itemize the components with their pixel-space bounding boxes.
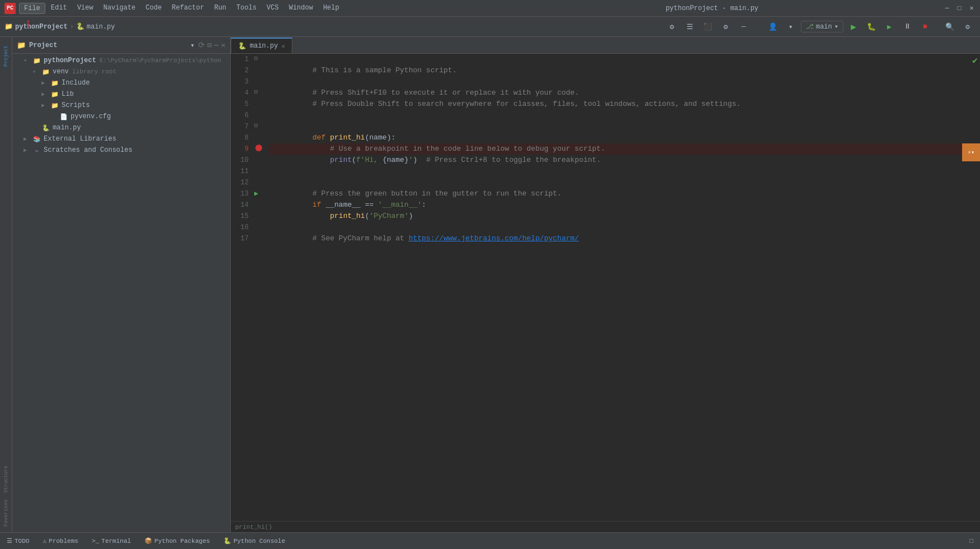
lib-expand-arrow[interactable]: ▶ [41, 91, 50, 97]
list-icon[interactable]: ☰ [682, 19, 698, 35]
include-expand-arrow[interactable]: ▶ [41, 80, 50, 86]
gear-icon[interactable]: ⚙ [718, 19, 734, 35]
tree-item-mainpy[interactable]: 🐍 main.py [12, 122, 230, 133]
extlibs-icon: 📚 [32, 134, 41, 143]
code-hint-widget[interactable]: ⚡▾ [962, 143, 980, 161]
packages-icon: 📦 [144, 537, 152, 545]
menu-file[interactable]: File [19, 3, 45, 14]
maximize-button[interactable]: □ [955, 4, 963, 12]
tree-item-scratches[interactable]: ▶ ✏ Scratches and Consoles [12, 145, 230, 156]
pyvenv-name: pyvenv.cfg [71, 113, 111, 120]
fold-line4[interactable]: ⊟ [254, 89, 258, 95]
fold-line7[interactable]: ⊟ [254, 122, 258, 129]
line-num-9: 9 [231, 143, 249, 155]
scratches-expand-arrow[interactable]: ▶ [24, 147, 32, 153]
run-button[interactable]: ▶ [846, 19, 861, 35]
menu-tools[interactable]: Tools [232, 3, 261, 14]
search-everywhere-button[interactable]: 🔍 [942, 19, 958, 35]
project-panel-icon: 📁 [17, 41, 26, 50]
tree-item-venv[interactable]: ▾ 📁 venv library root [12, 66, 230, 77]
minus-icon[interactable]: — [736, 19, 752, 35]
code-line-11 [269, 166, 980, 177]
collapse-all-icon[interactable]: ⊟ [207, 40, 212, 50]
menu-help[interactable]: Help [319, 3, 344, 14]
settings-icon[interactable]: ⚙ [664, 19, 680, 35]
debug-button[interactable]: 🐛 [864, 19, 879, 35]
menu-vcs[interactable]: VCS [262, 3, 283, 14]
branch-selector[interactable]: ⎇ main ▾ [801, 21, 843, 32]
tree-item-include[interactable]: ▶ 📁 Include [12, 77, 230, 89]
code-area[interactable]: ✔ 1 2 3 4 5 6 7 8 9 10 11 12 13 14 15 16… [231, 54, 980, 521]
red-arrow-indicator: ↑ [25, 18, 32, 30]
venv-folder-icon: 📁 [41, 67, 50, 76]
project-header-dropdown-icon: ▾ [190, 41, 195, 50]
menu-code[interactable]: Code [141, 3, 166, 14]
code-line-3: # Press Shift+F10 to execute it or repla… [269, 76, 980, 87]
minimize-button[interactable]: — [943, 4, 951, 12]
line-num-15: 15 [231, 211, 249, 222]
menu-window[interactable]: Window [284, 3, 318, 14]
line-num-3: 3 [231, 76, 249, 87]
line-numbers: 1 2 3 4 5 6 7 8 9 10 11 12 13 14 15 16 1… [231, 54, 253, 521]
bottom-tab-problems[interactable]: ⚠ Problems [40, 536, 80, 546]
code-line-6 [269, 110, 980, 121]
tab-close-button[interactable]: ✕ [281, 43, 285, 50]
fold-line1[interactable]: ⊟ [254, 55, 258, 62]
code-content[interactable]: # This is a sample Python script. # Pres… [264, 54, 980, 521]
tab-mainpy[interactable]: 🐍 main.py ✕ [231, 38, 292, 53]
left-sidebar: Project Structure Favorites [0, 37, 12, 532]
breakpoint-line9[interactable] [255, 145, 262, 151]
close-panel-icon[interactable]: ✕ [221, 40, 226, 50]
menu-refactor[interactable]: Refactor [167, 3, 209, 14]
expand-button[interactable]: □ [967, 537, 976, 546]
show-options-icon[interactable]: ⋯ [214, 40, 218, 50]
close-button[interactable]: ✕ [968, 4, 976, 12]
synchronize-icon[interactable]: ⟳ [198, 40, 205, 50]
console-icon: 🐍 [223, 537, 231, 545]
bottom-tab-packages[interactable]: 📦 Python Packages [142, 536, 212, 546]
filter-icon[interactable]: ⬛ [700, 19, 716, 35]
tree-item-external-libs[interactable]: ▶ 📚 External Libraries [12, 133, 230, 145]
tab-python-icon: 🐍 [238, 42, 246, 50]
profile-button[interactable]: ⏸ [899, 19, 915, 35]
extlibs-expand-arrow[interactable]: ▶ [24, 136, 32, 142]
line-num-14: 14 [231, 199, 249, 211]
tree-item-scripts[interactable]: ▶ 📁 Scripts [12, 100, 230, 111]
menu-run[interactable]: Run [209, 3, 231, 14]
scripts-folder-icon: 📁 [50, 101, 59, 110]
terminal-icon: >_ [92, 538, 99, 545]
tree-item-pyvenv[interactable]: 📄 pyvenv.cfg [12, 111, 230, 122]
account-arrow-icon[interactable]: ▾ [783, 19, 799, 35]
line-num-5: 5 [231, 99, 249, 110]
line-num-16: 16 [231, 222, 249, 233]
settings-main-button[interactable]: ⚙ [960, 19, 976, 35]
scratches-icon: ✏ [32, 146, 41, 155]
branch-name: main [816, 23, 832, 31]
menu-navigate[interactable]: Navigate [99, 3, 140, 14]
branch-icon: ⎇ [806, 22, 814, 31]
menu-edit[interactable]: Edit [46, 3, 72, 14]
line-num-12: 12 [231, 177, 249, 188]
bottom-tab-console[interactable]: 🐍 Python Console [221, 536, 287, 546]
bottom-tab-todo[interactable]: ☰ TODO [4, 536, 31, 546]
structure-sidebar-icon[interactable]: Structure [1, 463, 12, 496]
menu-bar: File Edit View Navigate Code Refactor Ru… [19, 3, 481, 14]
tree-item-project-root[interactable]: ▾ 📁 pythonProject E:\PyCharm\PycharmProj… [12, 55, 230, 66]
project-panel: 📁 Project ▾ ⟳ ⊟ ⋯ ✕ ▾ 📁 pythonProject E:… [12, 37, 231, 532]
stop-button[interactable]: ■ [917, 19, 933, 35]
project-name[interactable]: pythonProject [15, 23, 68, 31]
extlibs-name: External Libraries [44, 135, 116, 143]
include-folder-icon: 📁 [50, 78, 59, 87]
scripts-expand-arrow[interactable]: ▶ [41, 102, 50, 109]
tree-expand-arrow[interactable]: ▾ [24, 57, 32, 64]
user-icon[interactable]: 👤 [765, 19, 781, 35]
coverage-button[interactable]: ▶ [881, 19, 897, 35]
tree-item-lib[interactable]: ▶ 📁 Lib [12, 89, 230, 100]
menu-view[interactable]: View [73, 3, 98, 14]
bottom-tab-terminal[interactable]: >_ Terminal [90, 537, 133, 546]
venv-expand-arrow[interactable]: ▾ [32, 68, 41, 75]
favorites-sidebar-icon[interactable]: Favorites [1, 496, 12, 530]
current-file[interactable]: main.py [87, 23, 115, 31]
project-sidebar-icon[interactable]: Project [1, 39, 12, 73]
line-num-2: 2 [231, 65, 249, 76]
